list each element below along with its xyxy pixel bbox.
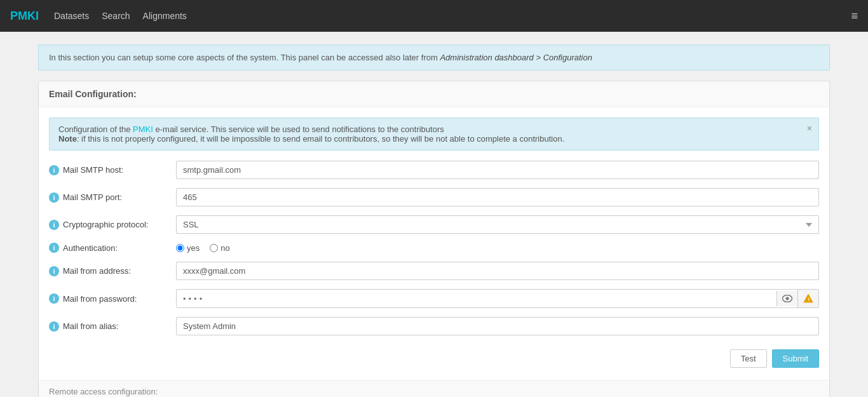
crypto-protocol-label-text: Cryptographic protocol: xyxy=(63,220,148,229)
email-config-title: Email Configuration: xyxy=(39,81,829,107)
crypto-protocol-group: i Cryptographic protocol: SSL TLS None xyxy=(49,215,819,234)
smtp-port-group: i Mail SMTP port: xyxy=(49,188,819,206)
mail-password-label: i Mail from password: xyxy=(49,293,176,304)
mail-from-label-text: Mail from address: xyxy=(63,266,131,276)
scroll-container[interactable]: Email Configuration: Configuration of th… xyxy=(39,81,829,380)
nav-links: Datasets Search Alignments xyxy=(54,11,187,21)
mail-password-info-icon: i xyxy=(49,293,59,304)
password-warning-icon: ! xyxy=(797,290,818,307)
mail-alias-group: i Mail from alias: xyxy=(49,317,819,335)
smtp-host-group: i Mail SMTP host: xyxy=(49,161,819,179)
info-banner-link: Administration dashboard > Configuration xyxy=(440,53,592,62)
smtp-port-label: i Mail SMTP port: xyxy=(49,192,176,203)
toggle-password-icon[interactable] xyxy=(776,291,797,306)
email-alert: Configuration of the PMKI e-mail service… xyxy=(49,118,819,151)
mail-password-input[interactable] xyxy=(177,290,776,307)
crypto-protocol-label: i Cryptographic protocol: xyxy=(49,220,176,230)
test-button[interactable]: Test xyxy=(730,349,767,368)
svg-point-1 xyxy=(786,297,789,300)
auth-yes-radio[interactable] xyxy=(176,244,184,252)
crypto-protocol-info-icon: i xyxy=(49,220,59,230)
alert-close-button[interactable]: × xyxy=(807,123,812,133)
mail-password-wrapper: ! xyxy=(176,289,819,308)
smtp-host-info-icon: i xyxy=(49,165,59,175)
mail-password-label-text: Mail from password: xyxy=(63,294,137,304)
nav-search[interactable]: Search xyxy=(102,11,130,21)
crypto-protocol-select[interactable]: SSL TLS None xyxy=(176,215,819,234)
nav-alignments[interactable]: Alignments xyxy=(143,11,187,21)
svg-text:!: ! xyxy=(808,297,810,302)
alert-note-text: : if this is not properly configured, it… xyxy=(77,134,564,144)
authentication-label: i Authentication: xyxy=(49,243,176,253)
mail-password-group: i Mail from password: ! xyxy=(49,289,819,308)
mail-alias-input[interactable] xyxy=(176,317,819,335)
authentication-info-icon: i xyxy=(49,243,59,253)
email-config-card: Email Configuration: Configuration of th… xyxy=(38,81,830,397)
smtp-port-label-text: Mail SMTP port: xyxy=(63,192,122,202)
mail-from-group: i Mail from address: xyxy=(49,262,819,280)
alert-text-after: e-mail service. This service will be use… xyxy=(153,124,444,134)
mail-from-input[interactable] xyxy=(176,262,819,280)
smtp-host-label-text: Mail SMTP host: xyxy=(63,165,123,175)
form-buttons: Test Submit xyxy=(49,344,819,370)
mail-alias-label-text: Mail from alias: xyxy=(63,321,118,331)
info-banner: In this section you can setup some core … xyxy=(38,44,830,71)
navbar: PMKI Datasets Search Alignments ≡ xyxy=(0,0,868,32)
authentication-label-text: Authentication: xyxy=(63,243,118,253)
email-config-body: Configuration of the PMKI e-mail service… xyxy=(39,107,829,380)
nav-datasets[interactable]: Datasets xyxy=(54,11,89,21)
remote-section-hint: Remote access configuration: xyxy=(39,380,829,397)
auth-no-label[interactable]: no xyxy=(210,243,229,253)
auth-yes-text: yes xyxy=(187,243,200,253)
alert-text-before: Configuration of the xyxy=(58,124,133,134)
alert-note-bold: Note xyxy=(58,134,77,144)
smtp-port-info-icon: i xyxy=(49,192,59,203)
info-banner-text: In this section you can setup some core … xyxy=(49,53,440,62)
auth-no-text: no xyxy=(220,243,229,253)
hamburger-icon[interactable]: ≡ xyxy=(851,10,858,23)
mail-from-label: i Mail from address: xyxy=(49,266,176,276)
main-content: In this section you can setup some core … xyxy=(0,32,868,397)
authentication-radio-group: yes no xyxy=(176,243,230,253)
mail-alias-label: i Mail from alias: xyxy=(49,321,176,332)
smtp-host-input[interactable] xyxy=(176,161,819,179)
auth-no-radio[interactable] xyxy=(210,244,218,252)
smtp-host-label: i Mail SMTP host: xyxy=(49,165,176,175)
mail-alias-info-icon: i xyxy=(49,321,59,332)
brand-logo[interactable]: PMKI xyxy=(10,10,39,23)
smtp-port-input[interactable] xyxy=(176,188,819,206)
submit-button[interactable]: Submit xyxy=(772,349,819,368)
auth-yes-label[interactable]: yes xyxy=(176,243,200,253)
alert-pmki-link: PMKI xyxy=(133,124,153,134)
authentication-group: i Authentication: yes no xyxy=(49,243,819,253)
mail-from-info-icon: i xyxy=(49,266,59,276)
